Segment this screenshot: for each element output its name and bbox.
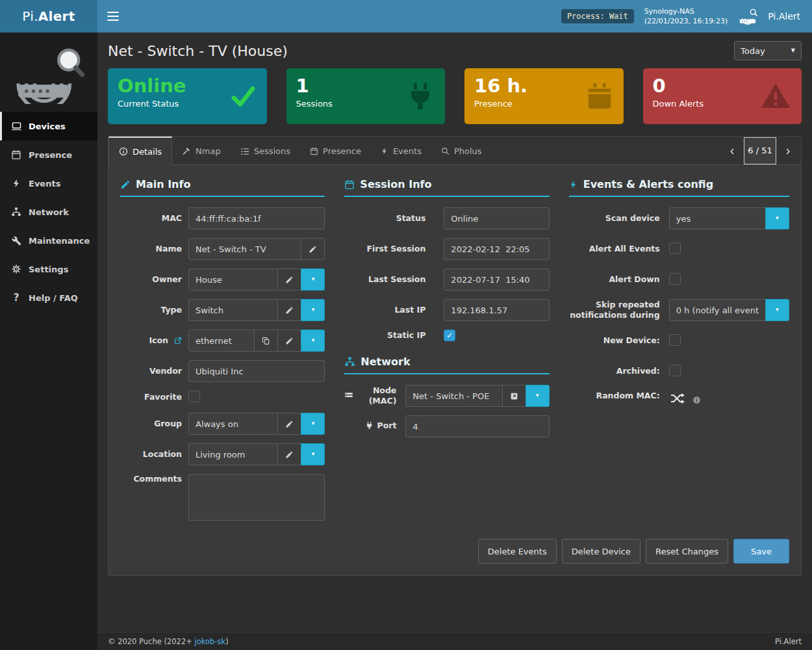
owner-dropdown-button[interactable]: ▼: [301, 268, 325, 291]
main-info-section: Main Info MAC Name Owner: [120, 178, 325, 531]
lightning-icon: [569, 179, 578, 190]
alert-all-events-label: Alert All Events: [569, 244, 660, 254]
skip-notifications-select[interactable]: 0 h (notify all event: [669, 299, 766, 321]
tab-presence[interactable]: Presence: [300, 136, 371, 164]
static-ip-label: Static IP: [344, 330, 425, 341]
tab-nmap[interactable]: Nmap: [172, 136, 231, 164]
status-input[interactable]: [444, 207, 549, 229]
brand-bold: Alert: [38, 8, 75, 24]
node-mac-input[interactable]: [405, 385, 502, 407]
reset-changes-button[interactable]: Reset Changes: [646, 539, 728, 564]
goto-node-button[interactable]: [502, 385, 526, 407]
comments-textarea[interactable]: [188, 474, 325, 521]
copy-icon-button[interactable]: [254, 330, 278, 352]
last-ip-input[interactable]: [444, 299, 549, 321]
new-device-checkbox[interactable]: [669, 334, 681, 346]
icon-dropdown-button[interactable]: ▼: [301, 330, 325, 352]
sidebar-item-network[interactable]: Network: [0, 198, 97, 226]
scan-device-dropdown-button[interactable]: ▼: [765, 207, 789, 229]
mac-input[interactable]: [188, 207, 325, 229]
edit-type-button[interactable]: [277, 299, 301, 321]
tab-events[interactable]: Events: [371, 136, 431, 164]
archived-checkbox[interactable]: [669, 365, 681, 376]
hamburger-icon[interactable]: [97, 0, 129, 32]
static-ip-checkbox[interactable]: [444, 330, 455, 341]
delete-events-button[interactable]: Delete Events: [478, 539, 557, 564]
scan-device-select[interactable]: yes: [669, 207, 766, 229]
group-input[interactable]: [188, 413, 278, 435]
last-session-input[interactable]: [444, 268, 549, 291]
sidebar-item-help[interactable]: ? Help / FAQ: [0, 283, 97, 312]
skip-notifications-dropdown-button[interactable]: ▼: [765, 299, 789, 321]
mac-label: MAC: [120, 213, 182, 224]
list-icon: [240, 147, 249, 156]
plug-icon: [405, 79, 436, 113]
tab-pholus[interactable]: Pholus: [431, 136, 492, 164]
field-node: Node (MAC) ▼: [344, 385, 549, 407]
status-label: Status: [344, 213, 425, 224]
prev-device-button[interactable]: ‹: [720, 136, 744, 165]
node-dropdown-button[interactable]: ▼: [526, 385, 550, 407]
down-alerts-card: 0 Down Alerts: [643, 68, 802, 124]
location-input[interactable]: [188, 443, 278, 465]
info-icon: [119, 147, 128, 156]
tab-label: Sessions: [254, 146, 290, 156]
period-select[interactable]: Today ▼: [734, 41, 802, 60]
footer-author-link[interactable]: jokob-sk: [195, 637, 226, 646]
section-title: Session Info: [360, 178, 431, 190]
footer-app-name: Pi.Alert: [775, 637, 802, 646]
sidebar-item-presence[interactable]: Presence: [0, 140, 97, 169]
section-title: Network: [361, 356, 410, 368]
external-link-icon[interactable]: [174, 337, 182, 344]
next-device-button[interactable]: ›: [776, 136, 800, 165]
app-logo[interactable]: Pi.Alert: [0, 0, 97, 32]
save-button[interactable]: Save: [733, 539, 789, 564]
router-magnifier-logo: [0, 32, 97, 112]
sidebar-item-devices[interactable]: Devices: [0, 112, 97, 140]
field-alert-all-events: Alert All Events: [569, 238, 789, 260]
info-icon[interactable]: [692, 396, 701, 404]
field-mac: MAC: [120, 207, 325, 229]
alert-down-checkbox[interactable]: [669, 273, 681, 285]
tabstrip: Details Nmap Sessions Presence Events: [108, 136, 801, 165]
name-input[interactable]: [188, 238, 301, 260]
calendar-icon: [10, 150, 22, 160]
tab-label: Nmap: [196, 146, 221, 156]
field-status: Status: [344, 207, 549, 229]
field-alert-down: Alert Down: [569, 268, 789, 291]
sidebar-item-settings[interactable]: Settings: [0, 255, 97, 283]
vendor-input[interactable]: [188, 360, 325, 382]
edit-location-button[interactable]: [277, 443, 301, 465]
edit-icon-button[interactable]: [277, 330, 301, 352]
edit-group-button[interactable]: [277, 413, 301, 435]
field-icon: Icon ▼: [120, 330, 325, 352]
edit-name-button[interactable]: [301, 238, 325, 260]
current-status-card: Online Current Status: [108, 68, 267, 124]
favorite-checkbox[interactable]: [188, 391, 200, 402]
presence-card: 16 h. Presence: [464, 68, 624, 124]
chevron-down-icon: ▼: [775, 216, 780, 221]
tab-details[interactable]: Details: [108, 136, 172, 165]
sidebar-item-events[interactable]: Events: [0, 169, 97, 198]
port-input[interactable]: [405, 415, 549, 437]
location-dropdown-button[interactable]: ▼: [301, 443, 325, 465]
field-favorite: Favorite: [120, 391, 325, 404]
icon-input[interactable]: [188, 330, 255, 352]
tab-sessions[interactable]: Sessions: [231, 136, 300, 164]
type-dropdown-button[interactable]: ▼: [301, 299, 325, 321]
group-dropdown-button[interactable]: ▼: [301, 413, 325, 435]
edit-owner-button[interactable]: [277, 268, 301, 291]
type-input[interactable]: [188, 299, 278, 321]
warning-icon: [759, 81, 793, 112]
field-comments: Comments: [120, 474, 325, 523]
brand-prefix: Pi.: [22, 8, 38, 24]
icon-label: Icon: [120, 335, 182, 346]
sidebar-item-maintenance[interactable]: Maintenance: [0, 226, 97, 255]
delete-device-button[interactable]: Delete Device: [562, 539, 641, 564]
field-first-session: First Session: [344, 238, 549, 260]
first-session-input[interactable]: [444, 238, 549, 260]
alert-all-events-checkbox[interactable]: [669, 242, 681, 254]
owner-input[interactable]: [188, 268, 278, 291]
sessions-card: 1 Sessions: [286, 68, 446, 124]
archived-label: Archived:: [569, 366, 660, 376]
